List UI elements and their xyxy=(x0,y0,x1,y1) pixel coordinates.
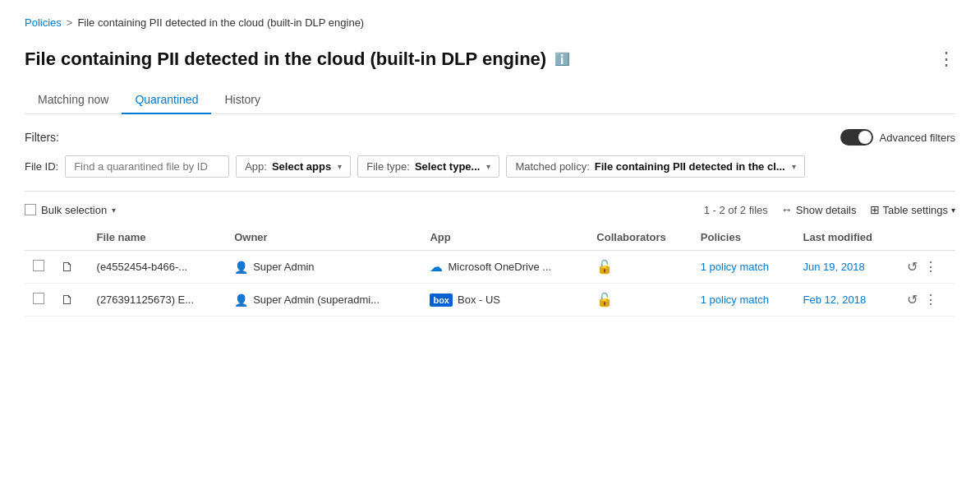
file-type-filter-dropdown[interactable]: File type: Select type... ▾ xyxy=(357,155,499,178)
owner-icon: 👤 xyxy=(234,261,248,274)
table-settings-button[interactable]: ⊞ Table settings ▾ xyxy=(870,203,956,216)
breadcrumb: Policies > File containing PII detected … xyxy=(25,16,955,29)
filter-controls: File ID: App: Select apps ▾ File type: S… xyxy=(25,155,955,178)
filename-cell[interactable]: (e4552454-b466-... xyxy=(89,251,227,284)
table-header-row: File name Owner App Collaborators Polici… xyxy=(25,224,955,251)
collaborators-cell: 🔓 xyxy=(588,284,692,317)
app-name: Microsoft OneDrive ... xyxy=(448,261,551,273)
app-filter-dropdown[interactable]: App: Select apps ▾ xyxy=(236,155,351,178)
chevron-down-icon: ▾ xyxy=(338,162,342,171)
show-details-button[interactable]: ↔ Show details xyxy=(781,203,857,216)
toolbar-right: 1 - 2 of 2 files ↔ Show details ⊞ Table … xyxy=(704,203,955,216)
last-modified-date: Jun 19, 2018 xyxy=(803,261,865,273)
onedrive-icon: ☁ xyxy=(430,259,443,275)
tab-matching-now[interactable]: Matching now xyxy=(25,86,122,114)
last-modified-cell: Jun 19, 2018 xyxy=(795,251,899,284)
owner-cell: 👤 Super Admin (superadmi... xyxy=(226,284,421,317)
col-app: App xyxy=(421,224,588,251)
app-name: Box - US xyxy=(458,294,500,306)
owner-icon: 👤 xyxy=(234,294,248,307)
owner-name: Super Admin (superadmi... xyxy=(253,294,380,306)
page-title: File containing PII detected in the clou… xyxy=(25,49,546,70)
policy-match[interactable]: 1 policy match xyxy=(701,294,769,306)
last-modified-cell: Feb 12, 2018 xyxy=(795,284,899,317)
chevron-down-icon: ▾ xyxy=(486,162,490,171)
breadcrumb-parent[interactable]: Policies xyxy=(25,16,62,29)
file-type-value: Select type... xyxy=(415,160,480,173)
app-cell: ☁ Microsoft OneDrive ... xyxy=(421,251,588,284)
file-id-input[interactable] xyxy=(65,155,229,178)
tab-history[interactable]: History xyxy=(211,86,274,114)
col-checkbox xyxy=(25,224,53,251)
bulk-checkbox[interactable] xyxy=(25,204,36,215)
table-row: 🗋 (e4552454-b466-... 👤 Super Admin ☁ Mic… xyxy=(25,251,955,284)
section-divider xyxy=(25,191,955,192)
bulk-selection-label: Bulk selection xyxy=(41,204,107,216)
advanced-filters-toggle[interactable]: Advanced filters xyxy=(840,129,956,146)
col-collaborators: Collaborators xyxy=(588,224,692,251)
policies-cell[interactable]: 1 policy match xyxy=(692,251,795,284)
more-options-icon[interactable]: ⋮ xyxy=(937,49,955,70)
lock-icon: 🔓 xyxy=(596,293,613,307)
matched-policy-label: Matched policy: xyxy=(515,160,589,173)
tab-quarantined[interactable]: Quarantined xyxy=(122,86,211,114)
owner-name: Super Admin xyxy=(253,261,314,273)
lock-icon: 🔓 xyxy=(596,260,613,274)
policy-match[interactable]: 1 policy match xyxy=(701,261,769,273)
restore-icon[interactable]: ↺ xyxy=(907,292,918,307)
col-filename: File name xyxy=(89,224,227,251)
breadcrumb-separator: > xyxy=(67,16,73,29)
file-icon-cell: 🗋 xyxy=(53,251,89,284)
last-modified-date: Feb 12, 2018 xyxy=(803,294,867,306)
filters-row: Filters: Advanced filters xyxy=(25,129,955,146)
col-policies: Policies xyxy=(692,224,795,251)
more-row-actions-icon[interactable]: ⋮ xyxy=(924,292,937,307)
app-filter-label: App: xyxy=(245,160,267,173)
bulk-chevron-icon: ▾ xyxy=(112,206,116,215)
toolbar-row: Bulk selection ▾ 1 - 2 of 2 files ↔ Show… xyxy=(25,203,955,216)
col-last-modified: Last modified xyxy=(795,224,899,251)
chevron-down-icon: ▾ xyxy=(792,162,796,171)
show-details-icon: ↔ xyxy=(781,203,793,216)
table-settings-label: Table settings xyxy=(883,204,949,216)
matched-policy-filter-dropdown[interactable]: Matched policy: File containing PII dete… xyxy=(506,155,804,178)
file-count: 1 - 2 of 2 files xyxy=(704,204,768,216)
filters-label: Filters: xyxy=(25,131,59,144)
row-checkbox-cell xyxy=(25,251,53,284)
app-cell: box Box - US xyxy=(421,284,588,317)
show-details-label: Show details xyxy=(796,204,857,216)
file-name: (276391125673) E... xyxy=(97,294,195,306)
row-actions-cell: ↺ ⋮ xyxy=(899,251,955,284)
restore-icon[interactable]: ↺ xyxy=(907,259,918,275)
chevron-down-icon: ▾ xyxy=(951,206,955,215)
toggle-switch[interactable] xyxy=(840,129,873,146)
table-row: 🗋 (276391125673) E... 👤 Super Admin (sup… xyxy=(25,284,955,317)
app-filter-value: Select apps xyxy=(272,160,331,173)
info-icon[interactable]: ℹ️ xyxy=(554,52,570,67)
file-icon: 🗋 xyxy=(61,293,74,307)
toggle-knob xyxy=(858,131,872,144)
owner-cell: 👤 Super Admin xyxy=(226,251,421,284)
files-table: File name Owner App Collaborators Polici… xyxy=(25,224,955,317)
policies-cell[interactable]: 1 policy match xyxy=(692,284,795,317)
tab-bar: Matching now Quarantined History xyxy=(25,86,955,114)
file-id-label: File ID: xyxy=(25,160,58,173)
row-checkbox[interactable] xyxy=(33,260,44,271)
file-icon: 🗋 xyxy=(61,260,74,274)
filename-cell[interactable]: (276391125673) E... xyxy=(89,284,227,317)
col-file-icon-header xyxy=(53,224,89,251)
bulk-selection[interactable]: Bulk selection ▾ xyxy=(25,204,116,216)
row-checkbox-cell xyxy=(25,284,53,317)
file-icon-cell: 🗋 xyxy=(53,284,89,317)
file-type-label: File type: xyxy=(366,160,410,173)
matched-policy-value: File containing PII detected in the cl..… xyxy=(595,160,785,173)
col-actions xyxy=(899,224,955,251)
box-icon: box xyxy=(430,294,453,307)
breadcrumb-current: File containing PII detected in the clou… xyxy=(77,16,364,29)
row-checkbox[interactable] xyxy=(33,293,44,304)
collaborators-cell: 🔓 xyxy=(588,251,692,284)
more-row-actions-icon[interactable]: ⋮ xyxy=(924,259,937,275)
row-actions-cell: ↺ ⋮ xyxy=(899,284,955,317)
advanced-filters-label: Advanced filters xyxy=(880,132,956,144)
file-name: (e4552454-b466-... xyxy=(97,261,188,273)
